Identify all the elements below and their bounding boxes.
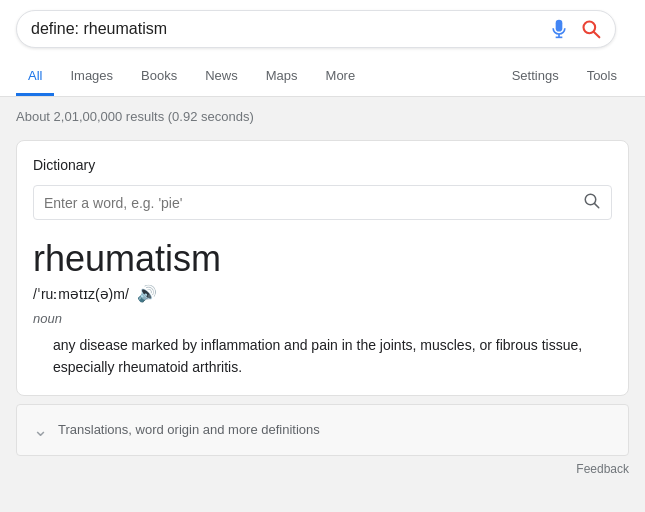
search-box: [16, 10, 616, 48]
chevron-down-icon: ⌄: [33, 419, 48, 441]
search-icon[interactable]: [581, 19, 601, 39]
dictionary-section-title: Dictionary: [33, 157, 612, 173]
dictionary-card: Dictionary rheumatism /ˈruːmətɪz(ə)m/ 🔊 …: [16, 140, 629, 396]
word-class: noun: [33, 311, 612, 326]
nav-right: Settings Tools: [500, 58, 629, 96]
dictionary-search-button[interactable]: [583, 192, 601, 213]
search-icons: [549, 19, 601, 39]
tab-more[interactable]: More: [314, 58, 368, 96]
tab-news[interactable]: News: [193, 58, 250, 96]
feedback-row: Feedback: [0, 456, 645, 482]
tab-tools[interactable]: Tools: [575, 58, 629, 96]
tab-books[interactable]: Books: [129, 58, 189, 96]
dictionary-search-box: [33, 185, 612, 220]
tab-settings[interactable]: Settings: [500, 58, 571, 96]
search-bar-row: [16, 10, 629, 48]
nav-tabs: All Images Books News Maps More Settings…: [16, 58, 629, 96]
dictionary-search-input[interactable]: [44, 195, 583, 211]
word-title: rheumatism: [33, 238, 612, 280]
more-definitions-row[interactable]: ⌄ Translations, word origin and more def…: [16, 404, 629, 456]
results-count: About 2,01,00,000 results (0.92 seconds): [0, 97, 645, 136]
tab-images[interactable]: Images: [58, 58, 125, 96]
tab-all[interactable]: All: [16, 58, 54, 96]
tab-maps[interactable]: Maps: [254, 58, 310, 96]
mic-icon[interactable]: [549, 19, 569, 39]
phonetic-text: /ˈruːmətɪz(ə)m/: [33, 286, 129, 302]
definition-text: any disease marked by inflammation and p…: [33, 334, 612, 379]
svg-line-5: [595, 204, 599, 208]
feedback-link[interactable]: Feedback: [576, 462, 629, 476]
dict-search-icon: [583, 192, 601, 210]
search-header: All Images Books News Maps More Settings…: [0, 0, 645, 97]
svg-line-3: [594, 32, 599, 37]
search-input[interactable]: [31, 20, 549, 38]
phonetic-row: /ˈruːmətɪz(ə)m/ 🔊: [33, 284, 612, 303]
speaker-icon[interactable]: 🔊: [137, 284, 157, 303]
more-definitions-label: Translations, word origin and more defin…: [58, 422, 320, 437]
